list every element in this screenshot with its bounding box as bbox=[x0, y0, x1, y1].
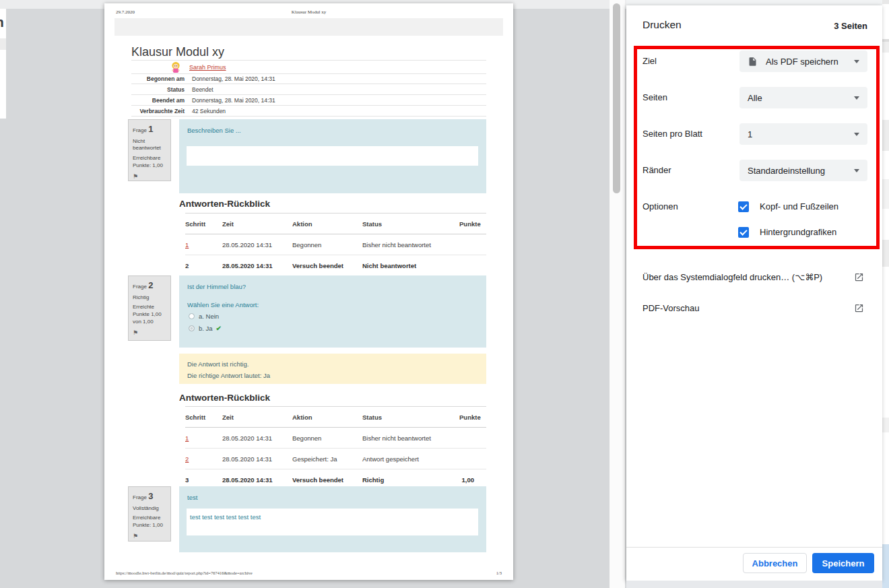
margins-row: Ränder Standardeinstellung bbox=[626, 160, 882, 181]
options-row-1: Optionen Kopf- und Fußzeilen bbox=[626, 201, 882, 212]
chevron-down-icon bbox=[854, 169, 859, 172]
question-2-prompt: Ist der Himmel blau? bbox=[187, 283, 246, 290]
destination-label: Ziel bbox=[643, 51, 657, 72]
student-row: Sarah Primus bbox=[131, 60, 486, 74]
system-dialog-print-button[interactable]: Über das Systemdialogfeld drucken… (⌥⌘P) bbox=[626, 271, 882, 284]
question-3-points: Erreichbare Punkte: 1,00 bbox=[133, 515, 166, 529]
red-annotation-rectangle bbox=[634, 46, 880, 249]
background-graphics-checkbox[interactable] bbox=[738, 227, 749, 238]
student-name-link: Sarah Primus bbox=[189, 64, 226, 71]
question-1-info: Frage 1 Nicht beantwortet Erreichbare Pu… bbox=[128, 119, 171, 181]
destination-select[interactable]: Als PDF speichern bbox=[739, 51, 867, 72]
review-table-1: Schritt Zeit Aktion Status Punkte 1 28.0… bbox=[185, 213, 486, 276]
flag-icon: ⚑ bbox=[133, 172, 166, 181]
answer-option-b: b. Ja ✔ bbox=[189, 325, 222, 332]
choose-answer-label: Wählen Sie eine Antwort: bbox=[187, 301, 259, 308]
page-top-band bbox=[114, 18, 503, 36]
margins-select[interactable]: Standardeinstellung bbox=[739, 160, 867, 181]
pages-row: Seiten Alle bbox=[626, 87, 882, 108]
print-preview-screen: n 29.7.2020 Klausur Modul xy Klausur Mod… bbox=[0, 0, 889, 588]
footer-divider bbox=[626, 547, 882, 548]
question-2-info: Frage 2 Richtig Erreichte Punkte 1,00 vo… bbox=[128, 275, 171, 341]
review-heading: Antworten-Rückblick bbox=[179, 199, 270, 209]
summary-row: Status Beendet bbox=[131, 84, 486, 95]
review-row: 2 28.05.2020 14:31 Gespeichert: Ja Antwo… bbox=[185, 449, 486, 469]
question-2-body: Ist der Himmel blau? Wählen Sie eine Ant… bbox=[179, 275, 486, 348]
pdf-preview-button[interactable]: PDF-Vorschau bbox=[626, 302, 882, 315]
review-row: 1 28.05.2020 14:31 Begonnen Bisher nicht… bbox=[185, 428, 486, 449]
pages-per-sheet-row: Seiten pro Blatt 1 bbox=[626, 123, 882, 145]
step-link: 1 bbox=[185, 434, 189, 442]
review-row: 1 28.05.2020 14:31 Begonnen Bisher nicht… bbox=[185, 234, 486, 255]
question-3-state: Vollständig bbox=[133, 505, 166, 513]
print-footer-url: https://moodle.hwr-berlin.de/mod/quiz/re… bbox=[116, 570, 253, 575]
pdf-document-icon bbox=[748, 57, 758, 67]
review-table-2: Schritt Zeit Aktion Status Punkte 1 28.0… bbox=[185, 406, 486, 490]
question-1-points: Erreichbare Punkte: 1,00 bbox=[133, 155, 166, 170]
question-1-prompt: Beschreiben Sie ... bbox=[187, 127, 241, 134]
question-1-state: Nicht beantwortet bbox=[133, 138, 166, 153]
flag-icon: ⚑ bbox=[133, 532, 166, 540]
summary-row: Verbrauchte Zeit 42 Sekunden bbox=[131, 106, 486, 117]
radio-selected-icon bbox=[189, 325, 195, 331]
student-avatar bbox=[170, 61, 182, 73]
question-2-state: Richtig bbox=[133, 294, 166, 302]
pages-per-sheet-select[interactable]: 1 bbox=[739, 123, 867, 145]
print-dialog: Drucken 3 Seiten Ziel Als PDF speichern … bbox=[626, 5, 882, 581]
scrollbar-thumb[interactable] bbox=[613, 3, 620, 193]
review-table-header: Schritt Zeit Aktion Status Punkte bbox=[185, 406, 486, 428]
preview-scrollbar[interactable] bbox=[610, 0, 625, 588]
attempt-summary-table: Begonnen am Donnerstag, 28. Mai 2020, 14… bbox=[131, 73, 486, 117]
print-preview-page: 29.7.2020 Klausur Modul xy Klausur Modul… bbox=[104, 3, 513, 580]
pages-label: Seiten bbox=[643, 87, 667, 108]
question-3-prompt: test bbox=[187, 494, 197, 501]
flag-icon: ⚑ bbox=[133, 329, 166, 337]
background-page-right-edge bbox=[882, 0, 889, 588]
question-3-answer-text: test test test test test test bbox=[190, 513, 261, 521]
page-count: 3 Seiten bbox=[834, 21, 867, 31]
cancel-button[interactable]: Abbrechen bbox=[743, 553, 807, 573]
chevron-down-icon bbox=[854, 133, 859, 136]
review-table-header: Schritt Zeit Aktion Status Punkte bbox=[185, 213, 486, 234]
question-2-points: Erreichte Punkte 1,00 von 1,00 bbox=[133, 304, 166, 325]
external-link-icon bbox=[854, 303, 864, 313]
correct-check-icon: ✔ bbox=[216, 325, 222, 332]
external-link-icon bbox=[854, 272, 864, 282]
headers-footers-label: Kopf- und Fußzeilen bbox=[760, 201, 838, 212]
chevron-down-icon bbox=[854, 60, 859, 63]
question-1-body: Beschreiben Sie ... bbox=[179, 119, 486, 193]
question-3-info: Frage 3 Vollständig Erreichbare Punkte: … bbox=[128, 486, 171, 542]
question-2-feedback: Die Antwort ist richtig. Die richtige An… bbox=[179, 354, 486, 384]
destination-row: Ziel Als PDF speichern bbox=[626, 51, 882, 72]
chevron-down-icon bbox=[854, 96, 859, 100]
quiz-title: Klausur Modul xy bbox=[131, 45, 224, 59]
background-graphics-label: Hintergrundgrafiken bbox=[760, 227, 836, 238]
margins-label: Ränder bbox=[643, 160, 671, 181]
background-page-left-edge: n bbox=[0, 9, 6, 119]
clipped-text-fragment: n bbox=[0, 14, 4, 30]
question-1-answer-box bbox=[187, 146, 478, 166]
print-header-title: Klausur Modul xy bbox=[104, 9, 513, 15]
step-link: 2 bbox=[185, 455, 189, 463]
question-3-body: test test test test test test test bbox=[179, 486, 486, 552]
step-link: 1 bbox=[185, 241, 189, 249]
radio-unselected-icon bbox=[189, 313, 195, 319]
dialog-title: Drucken bbox=[643, 19, 682, 31]
summary-row: Beendet am Donnerstag, 28. Mai 2020, 14:… bbox=[131, 95, 486, 106]
print-footer-page-number: 1/3 bbox=[496, 570, 502, 575]
pages-select[interactable]: Alle bbox=[739, 87, 867, 108]
headers-footers-checkbox[interactable] bbox=[738, 201, 749, 212]
review-heading: Antworten-Rückblick bbox=[179, 393, 270, 403]
pages-per-sheet-label: Seiten pro Blatt bbox=[643, 123, 702, 145]
question-3-answer-box: test test test test test test bbox=[187, 509, 478, 535]
summary-row: Begonnen am Donnerstag, 28. Mai 2020, 14… bbox=[131, 73, 486, 84]
save-button[interactable]: Speichern bbox=[812, 553, 874, 573]
review-row: 2 28.05.2020 14:31 Versuch beendet Nicht… bbox=[185, 255, 486, 276]
options-label: Optionen bbox=[643, 201, 678, 212]
options-row-2: Hintergrundgrafiken bbox=[626, 227, 882, 238]
answer-option-a: a. Nein bbox=[189, 313, 219, 320]
